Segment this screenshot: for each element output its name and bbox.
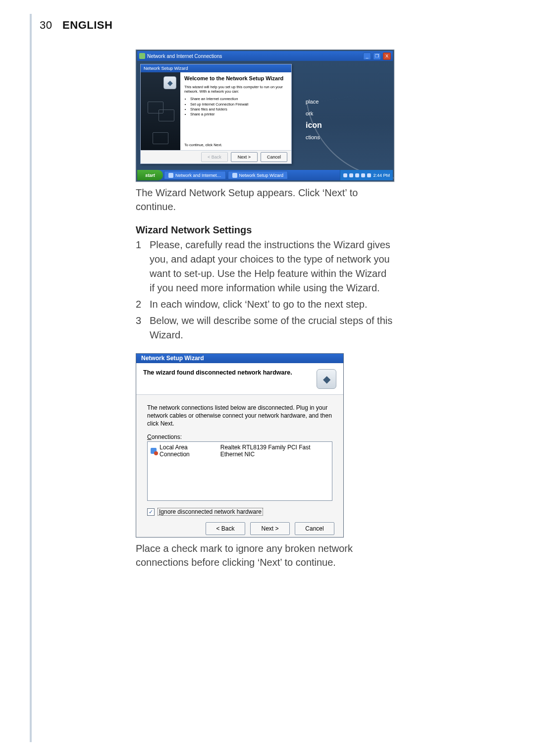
figure2-caption: Place a check mark to ignore any broken … bbox=[136, 541, 393, 569]
taskbar-item-label: Network and Internet… bbox=[175, 173, 221, 178]
network-setup-wizard-window: Network Setup Wizard ◆ Welcome to the Ne… bbox=[140, 64, 292, 164]
maximize-button[interactable]: ❐ bbox=[373, 53, 381, 60]
tray-clock: 2:44 PM bbox=[373, 173, 390, 178]
taskbar-item-network-internet[interactable]: Network and Internet… bbox=[164, 171, 226, 179]
wizard-side-art: ◆ bbox=[141, 72, 180, 150]
taskbar-app-icon bbox=[232, 173, 237, 178]
ignore-checkbox[interactable]: ✓ bbox=[147, 508, 155, 516]
network-hardware-icon: ◆ bbox=[317, 369, 336, 389]
side-label-ork: ork bbox=[306, 108, 322, 119]
wizard-intro-text: This wizard will help you set up this co… bbox=[184, 85, 287, 94]
taskbar: start Network and Internet… Network Setu… bbox=[137, 170, 393, 180]
wizard2-description: The network connections listed below are… bbox=[147, 404, 332, 428]
side-label-icon: icon bbox=[306, 119, 322, 131]
connections-label-rest: onnections: bbox=[152, 433, 182, 440]
page-number: 30 bbox=[40, 19, 52, 31]
close-button[interactable]: X bbox=[383, 53, 391, 60]
explorer-window: Network and Internet Connections _ ❐ X p… bbox=[137, 51, 393, 180]
tray-icon bbox=[361, 173, 365, 177]
wizard-feature-list: Share an Internet connection Set up Inte… bbox=[190, 97, 287, 117]
wizard-titlebar: Network Setup Wizard bbox=[141, 64, 291, 72]
next-button[interactable]: Next > bbox=[231, 152, 258, 162]
ignore-checkbox-label: Ignore disconnected network hardware bbox=[158, 508, 263, 516]
next-button[interactable]: Next > bbox=[250, 522, 290, 535]
wizard-feature-item: Set up Internet Connection Firewall bbox=[190, 102, 287, 107]
wizard-heading: Welcome to the Network Setup Wizard bbox=[184, 75, 287, 82]
steps-list: Please, carefully read the instructions … bbox=[136, 238, 393, 342]
wizard-feature-item: Share files and folders bbox=[190, 107, 287, 112]
control-panel-side-labels: place ork icon ctions bbox=[306, 96, 322, 143]
cancel-button[interactable]: Cancel bbox=[261, 152, 287, 162]
page-language: ENGLISH bbox=[62, 19, 112, 31]
side-label-place: place bbox=[306, 96, 322, 108]
tray-icon bbox=[355, 173, 359, 177]
back-button: < Back bbox=[201, 152, 228, 162]
connections-label-accel: C bbox=[147, 433, 152, 440]
side-label-ctions: ctions bbox=[306, 131, 322, 143]
connections-listbox[interactable]: Local Area Connection Realtek RTL8139 Fa… bbox=[147, 441, 332, 501]
figure-welcome-wizard: Network and Internet Connections _ ❐ X p… bbox=[136, 50, 394, 182]
step-item: In each window, click ‘Next’ to go to th… bbox=[136, 297, 393, 312]
tray-icon bbox=[343, 173, 347, 177]
taskbar-item-network-setup-wizard[interactable]: Network Setup Wizard bbox=[228, 171, 288, 179]
wizard2-titlebar: Network Setup Wizard bbox=[136, 354, 343, 363]
wizard2-title-text: Network Setup Wizard bbox=[141, 355, 204, 362]
wizard-continue-hint: To continue, click Next. bbox=[184, 143, 287, 148]
connection-device: Realtek RTL8139 Family PCI Fast Ethernet… bbox=[220, 444, 329, 458]
back-button[interactable]: < Back bbox=[206, 522, 245, 535]
tray-icon bbox=[367, 173, 371, 177]
system-tray[interactable]: 2:44 PM bbox=[340, 170, 393, 180]
ignore-checkbox-row[interactable]: ✓ Ignore disconnected network hardware bbox=[147, 508, 332, 516]
connection-name: Local Area Connection bbox=[160, 444, 211, 458]
step-item: Below, we will describe some of the cruc… bbox=[136, 314, 393, 342]
tray-icon bbox=[349, 173, 353, 177]
minimize-button[interactable]: _ bbox=[363, 53, 371, 60]
wizard-feature-item: Share an Internet connection bbox=[190, 97, 287, 102]
network-globe-icon: ◆ bbox=[163, 76, 176, 89]
explorer-titlebar: Network and Internet Connections _ ❐ X bbox=[137, 51, 393, 61]
taskbar-item-label: Network Setup Wizard bbox=[239, 173, 284, 178]
connections-label: Connections: bbox=[147, 433, 332, 440]
wizard-button-row: < Back Next > Cancel bbox=[141, 150, 291, 163]
page-header: 30 ENGLISH bbox=[40, 19, 112, 32]
taskbar-app-icon bbox=[168, 173, 173, 178]
connection-row[interactable]: Local Area Connection Realtek RTL8139 Fa… bbox=[151, 444, 329, 458]
explorer-title-text: Network and Internet Connections bbox=[147, 54, 222, 59]
wizard2-header: The wizard found disconnected network ha… bbox=[136, 363, 343, 395]
wizard2-header-text: The wizard found disconnected network ha… bbox=[143, 369, 317, 376]
step-item: Please, carefully read the instructions … bbox=[136, 238, 393, 295]
ignore-label-rest: gnore disconnected network hardware bbox=[160, 508, 261, 515]
cancel-button[interactable]: Cancel bbox=[295, 522, 334, 535]
start-button[interactable]: start bbox=[137, 170, 163, 180]
wizard-title-text: Network Setup Wizard bbox=[144, 66, 188, 71]
lan-disconnected-icon bbox=[151, 448, 157, 454]
wizard2-button-row: < Back Next > Cancel bbox=[136, 520, 343, 537]
section-title: Wizard Network Settings bbox=[136, 224, 393, 236]
explorer-favicon-icon bbox=[139, 53, 145, 59]
wizard-feature-item: Share a printer bbox=[190, 112, 287, 117]
figure1-caption: The Wizard Network Setup appears. Click … bbox=[136, 186, 393, 214]
figure-disconnected-hardware: Network Setup Wizard The wizard found di… bbox=[136, 353, 344, 538]
